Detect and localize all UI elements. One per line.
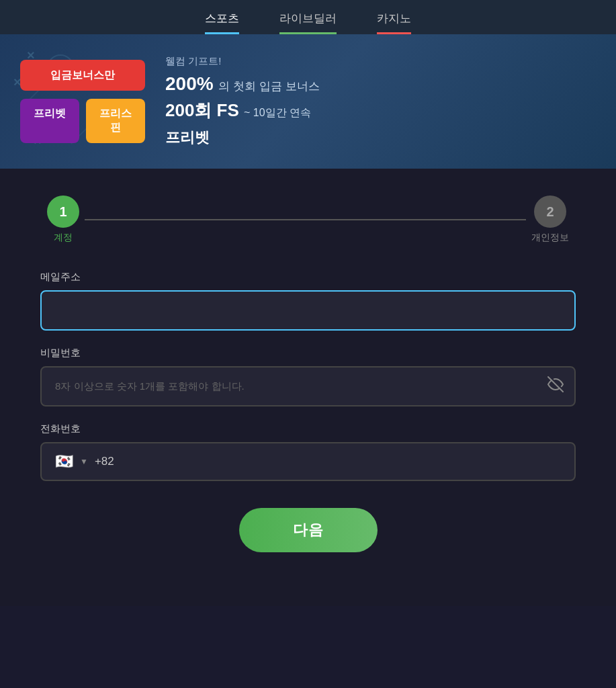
- nav-item-live[interactable]: 라이브딜러: [279, 11, 337, 34]
- pribet-badge: 프리벳: [20, 99, 79, 143]
- next-button-container: 다음: [40, 508, 576, 579]
- phone-wrapper[interactable]: 🇰🇷 ▼ +82: [40, 442, 576, 481]
- phone-label: 전화번호: [40, 423, 576, 435]
- step2-wrapper: 2 개인정보: [531, 196, 569, 244]
- korea-flag-icon: 🇰🇷: [55, 453, 73, 470]
- fs-count: 200회 FS: [165, 100, 239, 120]
- phone-code: +82: [95, 455, 114, 468]
- step2-circle: 2: [534, 196, 566, 228]
- badge-row: 프리벳 프리스핀: [20, 99, 145, 143]
- password-input[interactable]: [40, 366, 576, 406]
- top-navigation: 스포츠 라이브딜러 카지노: [0, 0, 616, 34]
- steps-container: 1 계정 2 개인정보: [40, 196, 576, 244]
- nav-item-casino[interactable]: 카지노: [377, 11, 411, 34]
- password-form-group: 비밀번호: [40, 347, 576, 406]
- step1-label: 계정: [54, 232, 73, 244]
- phone-dropdown-icon[interactable]: ▼: [80, 457, 88, 466]
- next-button[interactable]: 다음: [239, 508, 378, 552]
- main-content: 1 계정 2 개인정보 메일주소 비밀번호: [0, 169, 616, 606]
- phone-form-group: 전화번호 🇰🇷 ▼ +82: [40, 423, 576, 481]
- bonus-desc: 의 첫회 입금 보너스: [218, 80, 319, 93]
- pribet-label: 프리벳: [165, 128, 320, 148]
- step1-circle: 1: [47, 196, 79, 228]
- step-line: [85, 219, 526, 220]
- step2-label: 개인정보: [531, 232, 569, 244]
- deposit-badge: 입금보너스만: [20, 60, 145, 91]
- freespin-badge: 프리스핀: [86, 99, 145, 143]
- password-label: 비밀번호: [40, 347, 576, 359]
- fs-row: 200회 FS ~ 10일간 연속: [165, 99, 320, 122]
- welcome-label: 웰컴 기프트!: [165, 55, 320, 68]
- eye-icon[interactable]: [547, 376, 564, 396]
- bonus-badges: 입금보너스만 프리벳 프리스핀: [20, 60, 145, 143]
- step1-wrapper: 1 계정: [47, 196, 79, 244]
- bonus-percent: 200%: [165, 73, 214, 94]
- bonus-200: 200% 의 첫회 입금 보너스: [165, 73, 320, 95]
- fs-desc: ~ 10일간 연속: [244, 107, 311, 118]
- password-wrapper: [40, 366, 576, 406]
- email-input[interactable]: [40, 290, 576, 331]
- nav-item-sports[interactable]: 스포츠: [205, 11, 239, 34]
- email-form-group: 메일주소: [40, 271, 576, 331]
- welcome-banner: × × × 입금보너스만 프리벳 프리스핀 웰컴 기프트! 200% 의 첫회 …: [0, 34, 616, 169]
- banner-content: 웰컴 기프트! 200% 의 첫회 입금 보너스 200회 FS ~ 10일간 …: [165, 55, 320, 148]
- email-label: 메일주소: [40, 271, 576, 284]
- step-line-container: [79, 219, 531, 220]
